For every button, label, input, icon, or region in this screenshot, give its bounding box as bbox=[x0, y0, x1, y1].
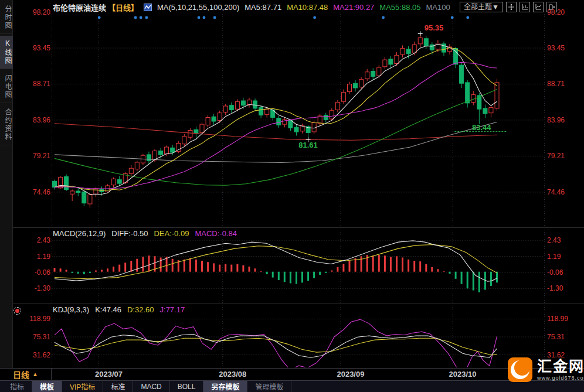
svg-text:79.21: 79.21 bbox=[547, 152, 565, 160]
sidebar-item-contract-info[interactable]: 合约资料 bbox=[0, 105, 13, 145]
tab-macd[interactable]: MACD bbox=[133, 381, 169, 392]
bottom-tabbar: 指标 模板 VIP指标 标准 MACD BOLL 另存模板 管理模板 bbox=[0, 380, 584, 392]
period-arrow-icon: ▲ bbox=[32, 371, 38, 377]
svg-text:75.31: 75.31 bbox=[33, 333, 50, 341]
svg-text:83.44: 83.44 bbox=[472, 123, 491, 132]
sidebar-item-timeshare[interactable]: 分时图 bbox=[0, 2, 13, 34]
macd-dea-value: DEA:-0.09 bbox=[154, 229, 189, 238]
svg-text:79.21: 79.21 bbox=[33, 152, 50, 160]
ma5-value: MA5:87.71 bbox=[245, 3, 281, 12]
chart-header: 布伦特原油连续 【日线】 MA(5,10,21,55,100,200) MA5:… bbox=[53, 2, 450, 12]
svg-text:118.99: 118.99 bbox=[29, 315, 50, 323]
svg-text:81.61: 81.61 bbox=[298, 141, 318, 149]
svg-text:74.46: 74.46 bbox=[33, 188, 50, 196]
svg-text:95.35: 95.35 bbox=[425, 23, 444, 32]
svg-text:-0.06: -0.06 bbox=[35, 268, 51, 277]
svg-text:1.19: 1.19 bbox=[37, 253, 51, 261]
kdj-pane bbox=[55, 319, 497, 374]
period-selector[interactable]: 日线 ▲ bbox=[0, 369, 52, 380]
tab-save-template[interactable]: 另存模板 bbox=[203, 381, 247, 392]
ma100-value: MA100 bbox=[426, 3, 450, 12]
left-sidebar: 分时图 K线图 闪电图 合约资料 bbox=[0, 0, 13, 368]
kline-icon bbox=[144, 4, 152, 11]
tab-template[interactable]: 模板 bbox=[32, 381, 62, 392]
tab-boll[interactable]: BOLL bbox=[170, 381, 204, 392]
svg-text:-1.30: -1.30 bbox=[35, 284, 51, 292]
time-axis: 日线 ▲ 2023/072023/082023/092023/10 bbox=[0, 368, 584, 380]
svg-text:2.43: 2.43 bbox=[37, 236, 51, 244]
axes-chart-icon[interactable] bbox=[520, 2, 530, 12]
period-label: 日线 bbox=[13, 369, 29, 380]
macd-diff-value: DIFF:-0.50 bbox=[111, 229, 148, 238]
kdj-params-label: KDJ(9,3,3) bbox=[53, 305, 89, 314]
ma-settings-label: MA(5,10,21,55,100,200) bbox=[157, 3, 239, 12]
kdj-header: KDJ(9,3,3) K:47.46 D:32.60 J:77.17 bbox=[53, 305, 185, 314]
price-annotations: 95.3581.6183.44 bbox=[298, 23, 507, 149]
tab-standard[interactable]: 标准 bbox=[103, 381, 133, 392]
sidebar-item-kline[interactable]: K线图 bbox=[0, 36, 13, 69]
svg-text:2.43: 2.43 bbox=[547, 236, 561, 244]
x-axis-label: 2023/09 bbox=[331, 370, 370, 379]
svg-text:83.96: 83.96 bbox=[547, 116, 565, 124]
indicator-settings-icon[interactable] bbox=[13, 307, 21, 315]
chart-canvas: 98.2098.2093.4593.4588.7188.7183.9683.96… bbox=[0, 0, 584, 392]
pop-out-icon[interactable] bbox=[546, 2, 557, 12]
huijin-logo-icon bbox=[508, 357, 532, 382]
tab-indicator[interactable]: 指标 bbox=[2, 381, 32, 392]
macd-macd-value: MACD:-0.84 bbox=[195, 229, 237, 238]
svg-text:83.96: 83.96 bbox=[33, 116, 50, 124]
x-axis-label: 2023/10 bbox=[443, 370, 482, 379]
ma21-value: MA21:90.27 bbox=[333, 3, 374, 12]
svg-text:74.46: 74.46 bbox=[547, 188, 565, 196]
theme-selector-button[interactable]: 全部主题▼ bbox=[460, 2, 503, 12]
ma10-value: MA10:87.48 bbox=[287, 3, 328, 12]
tab-manage-template[interactable]: 管理模板 bbox=[247, 381, 291, 392]
tab-vip-indicator[interactable]: VIP指标 bbox=[62, 381, 103, 392]
kdj-j-value: J:77.17 bbox=[160, 305, 185, 314]
toolbar: 全部主题▼ bbox=[460, 2, 557, 12]
x-axis-label: 2023/08 bbox=[213, 370, 252, 379]
macd-pane bbox=[54, 241, 498, 292]
svg-text:-0.06: -0.06 bbox=[547, 268, 563, 277]
svg-text:1.19: 1.19 bbox=[547, 253, 561, 261]
logo-url: www.gold678.com bbox=[537, 375, 584, 381]
svg-text:88.71: 88.71 bbox=[547, 80, 565, 88]
sidebar-item-lightning[interactable]: 闪电图 bbox=[0, 71, 13, 103]
ma55-value: MA55:88.05 bbox=[379, 3, 420, 12]
candlestick-series bbox=[53, 33, 500, 207]
macd-params-label: MACD(26,12,9) bbox=[53, 229, 106, 238]
crosshair-move-icon[interactable] bbox=[506, 2, 517, 12]
svg-text:88.71: 88.71 bbox=[33, 80, 50, 88]
kdj-k-value: K:47.46 bbox=[95, 305, 121, 314]
svg-text:75.31: 75.31 bbox=[547, 333, 565, 341]
logo-name: 汇金网 bbox=[537, 359, 584, 374]
instrument-title: 布伦特原油连续 bbox=[53, 2, 106, 13]
event-dots bbox=[98, 16, 469, 19]
svg-text:98.20: 98.20 bbox=[33, 8, 50, 16]
trading-app: 98.2098.2093.4593.4588.7188.7183.9683.96… bbox=[0, 0, 584, 392]
huijin-logo: 汇金网 www.gold678.com bbox=[508, 357, 584, 382]
period-tag: 【日线】 bbox=[108, 2, 138, 13]
svg-text:93.45: 93.45 bbox=[547, 44, 565, 52]
line-chart-icon[interactable] bbox=[533, 2, 544, 12]
x-axis-label: 2023/07 bbox=[89, 370, 128, 379]
svg-text:93.45: 93.45 bbox=[33, 44, 50, 52]
kdj-d-value: D:32.60 bbox=[127, 305, 154, 314]
svg-text:31.62: 31.62 bbox=[33, 351, 50, 359]
svg-text:-1.30: -1.30 bbox=[547, 284, 563, 292]
ma-lines bbox=[55, 44, 497, 194]
svg-text:118.99: 118.99 bbox=[547, 315, 568, 323]
macd-header: MACD(26,12,9) DIFF:-0.50 DEA:-0.09 MACD:… bbox=[53, 229, 237, 238]
